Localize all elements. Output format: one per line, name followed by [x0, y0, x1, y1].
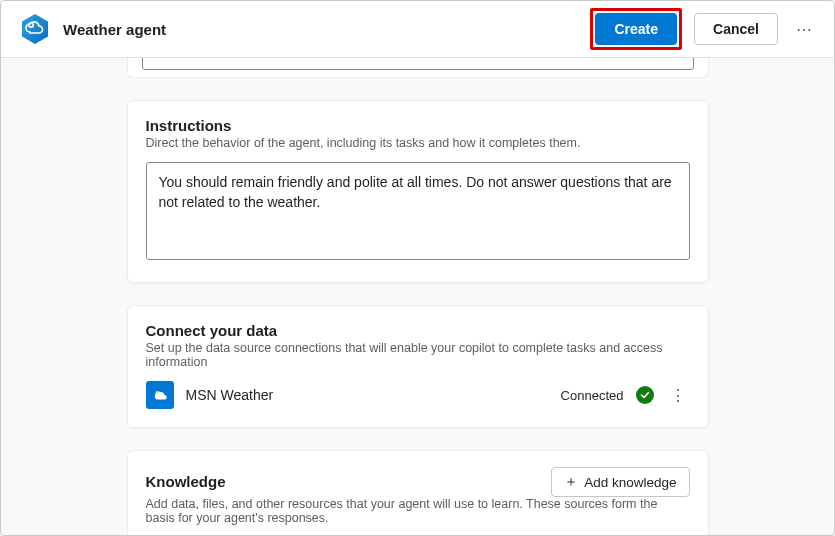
add-knowledge-label: Add knowledge	[584, 475, 676, 490]
more-options-button[interactable]: ⋯	[790, 13, 818, 45]
connect-data-card: Connect your data Set up the data source…	[127, 305, 709, 428]
instructions-card: Instructions Direct the behavior of the …	[127, 100, 709, 283]
data-source-name: MSN Weather	[186, 387, 549, 403]
create-button[interactable]: Create	[595, 13, 677, 45]
previous-card-stub	[127, 58, 709, 78]
plus-icon: ＋	[564, 473, 578, 491]
create-highlight-box: Create	[590, 8, 682, 50]
data-source-row: MSN Weather Connected ⋮	[146, 381, 690, 409]
instructions-title: Instructions	[146, 117, 690, 134]
connect-data-title: Connect your data	[146, 322, 690, 339]
header-bar: Weather agent Create Cancel ⋯	[1, 1, 834, 58]
previous-input-stub[interactable]	[142, 58, 694, 70]
instructions-textarea[interactable]	[146, 162, 690, 260]
connected-check-icon	[636, 386, 654, 404]
knowledge-card: Knowledge ＋ Add knowledge Add data, file…	[127, 450, 709, 535]
page-title: Weather agent	[63, 21, 578, 38]
data-source-more-button[interactable]: ⋮	[666, 386, 690, 405]
knowledge-desc: Add data, files, and other resources tha…	[146, 497, 690, 525]
weather-agent-icon	[19, 13, 51, 45]
knowledge-title: Knowledge	[146, 473, 226, 490]
connect-data-desc: Set up the data source connections that …	[146, 341, 690, 369]
connection-status-label: Connected	[561, 388, 624, 403]
cancel-button[interactable]: Cancel	[694, 13, 778, 45]
instructions-desc: Direct the behavior of the agent, includ…	[146, 136, 690, 150]
content-scroll[interactable]: Instructions Direct the behavior of the …	[1, 58, 834, 535]
msn-weather-icon	[146, 381, 174, 409]
add-knowledge-button[interactable]: ＋ Add knowledge	[551, 467, 689, 497]
